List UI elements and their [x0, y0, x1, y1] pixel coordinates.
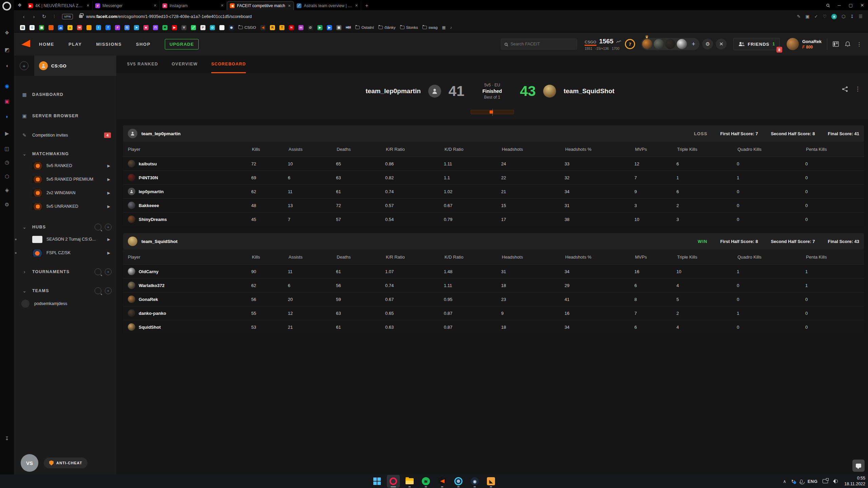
cube-icon[interactable]: ◈ — [0, 187, 14, 193]
sidebar-item-hub[interactable]: SEASON 2 Turnaj CS:G...▶ — [14, 232, 116, 246]
table-row[interactable]: Warlatko372626560.741.1118296401 — [123, 278, 864, 292]
play-icon[interactable]: ▶ — [107, 164, 110, 168]
add-game-icon[interactable]: + — [20, 61, 28, 70]
rockstar-favicon[interactable]: R — [270, 25, 275, 30]
nav-link-home[interactable]: HOME — [39, 42, 54, 47]
microsoft-favicon[interactable]: ▦ — [39, 25, 44, 30]
tab-overview[interactable]: OVERVIEW — [172, 56, 198, 73]
gx-corner-icon[interactable]: ❖ — [0, 30, 14, 36]
messages-icon[interactable]: ◖ — [0, 63, 14, 68]
sidebar-item-server-browser[interactable]: ▣SERVER BROWSER — [14, 109, 116, 123]
toolbar-dots-icon[interactable]: ⋮ — [49, 14, 59, 19]
party-settings-gear-icon[interactable]: ⚙ — [702, 39, 713, 49]
tab-scoreboard[interactable]: SCOREBOARD — [211, 56, 246, 73]
search-tournaments-icon[interactable] — [95, 268, 101, 275]
favorites-heart-icon[interactable]: ♡ — [823, 14, 827, 19]
table-row[interactable]: kaibutsu7210650.861.11243312600 — [123, 157, 864, 170]
language-indicator[interactable]: ENG — [808, 479, 818, 484]
browser-tab[interactable]: ◀FACEIT competitive match✕ — [227, 1, 294, 10]
player-cell[interactable]: lep0pmartin — [123, 188, 251, 195]
app-ring-taskbar[interactable] — [452, 475, 465, 488]
instagram-favicon[interactable]: ◙ — [143, 25, 149, 30]
party-leave-icon[interactable]: ✕ — [716, 39, 727, 49]
close-button[interactable]: ✕ — [856, 3, 868, 8]
sidebar-item-2v2-wingman[interactable]: 2v2 WINGMAN▶ — [14, 186, 116, 200]
missions-panel-icon[interactable] — [833, 41, 839, 47]
p-favicon[interactable]: P — [200, 25, 205, 30]
spotify-taskbar[interactable]: ≋ — [419, 475, 432, 488]
team1-avatar[interactable] — [428, 85, 441, 98]
browser-tab[interactable]: ▶4K | NEUVĚŘITELNÁ ZÁBAV✕ — [25, 1, 93, 10]
browser-tab[interactable]: ⟋Astralis team overview | HL✕ — [294, 1, 361, 10]
steam-favicon[interactable]: ◉ — [229, 25, 234, 30]
facebook-favicon[interactable]: f — [105, 25, 111, 30]
back-button[interactable]: ‹ — [19, 14, 29, 19]
faceit-ac-taskbar[interactable] — [436, 475, 449, 488]
team2-avatar[interactable] — [543, 85, 556, 98]
maximize-button[interactable]: ▢ — [845, 3, 856, 8]
hbl-favicon[interactable]: HBl — [346, 25, 351, 30]
tray-chevron-up-icon[interactable]: ∧ — [783, 479, 786, 484]
sidebar-item-5v5-ranked-premium[interactable]: 5v5 RANKED PREMIUM▶ — [14, 172, 116, 186]
profile-menu[interactable]: GonaRek F800 — [787, 38, 822, 50]
browser-tab[interactable]: ⚡Messenger✕ — [93, 1, 160, 10]
spiral-favicon[interactable]: @ — [308, 25, 313, 30]
file-favicon[interactable] — [219, 25, 224, 30]
add-tournament-icon[interactable]: + — [105, 268, 112, 275]
party-add-icon[interactable]: + — [688, 39, 698, 49]
snapshot-icon[interactable]: ▣ — [805, 14, 809, 19]
play-icon[interactable]: ▶ — [107, 204, 110, 209]
google-favicon[interactable]: G — [29, 25, 35, 30]
shopping-icon[interactable]: ◩ — [0, 47, 14, 53]
table-row[interactable]: ShinyDreams457570.540.79173810300 — [123, 212, 864, 226]
music-icon[interactable]: ♪ — [450, 25, 452, 29]
play-icon[interactable]: ▶ — [107, 177, 110, 182]
sidebar-section-tournaments[interactable]: ›TOURNAMENTS+ — [14, 265, 116, 279]
extensions-icon[interactable]: ⬡ — [0, 174, 14, 180]
search-teams-icon[interactable] — [95, 287, 101, 294]
party-avatar-3[interactable] — [665, 39, 675, 49]
table-row[interactable]: Bakkeeee4813720.570.6715313200 — [123, 198, 864, 212]
green-favicon[interactable]: ⤢ — [191, 25, 196, 30]
nav-link-missions[interactable]: MISSIONS — [96, 42, 122, 47]
address-bar[interactable]: www.faceit.com/en/csgo/room/1-9935ed10-c… — [86, 14, 252, 19]
t-favicon[interactable]: T — [279, 25, 284, 30]
opera-gx-logo[interactable] — [2, 2, 11, 11]
table-row[interactable]: OldCarny9011611.071.483134161011 — [123, 264, 864, 278]
v-favicon[interactable]: V — [181, 25, 186, 30]
faceit-search[interactable] — [501, 39, 577, 49]
table-row[interactable]: lep0pmartin6211610.741.0221349600 — [123, 184, 864, 198]
shield-icon[interactable]: ✓ — [814, 14, 818, 19]
ytmusic-favicon[interactable]: ▶ — [172, 25, 177, 30]
gx-corner-icon[interactable]: ❖ — [14, 0, 25, 10]
sidebar-section-teams[interactable]: ⌄TEAMS+ — [14, 284, 116, 298]
player-cell[interactable]: Bakkeeee — [123, 202, 251, 209]
play-icon[interactable]: ▶ — [107, 251, 110, 255]
steam-taskbar[interactable]: ◉ — [468, 475, 481, 488]
play-blue-favicon[interactable]: ▶ — [327, 25, 332, 30]
nav-kebab-icon[interactable]: ⋮ — [856, 41, 862, 47]
search-hubs-icon[interactable] — [95, 224, 101, 230]
faceit-logo[interactable] — [21, 40, 30, 48]
share-icon[interactable] — [842, 86, 848, 92]
tab-search-icon[interactable] — [822, 3, 833, 8]
player-cell[interactable]: SquidShot — [123, 323, 251, 331]
history-icon[interactable]: ◷ — [0, 159, 14, 165]
player-icon[interactable]: ▶ — [0, 130, 14, 137]
upgrade-button[interactable]: UPGRADE — [165, 39, 199, 49]
table-row[interactable]: P4NT30N696630.821.122327110 — [123, 170, 864, 184]
sidebar-item-team[interactable]: podsemkamjdess — [14, 297, 116, 310]
faceit-favicon[interactable]: ◀ — [260, 25, 265, 30]
telegram-favicon[interactable]: ➤ — [134, 25, 139, 30]
play-green-favicon[interactable]: ▶ — [317, 25, 322, 30]
settings-sliders-icon[interactable]: ☰ — [859, 14, 863, 19]
nav-link-shop[interactable]: SHOP — [136, 42, 151, 47]
play-icon[interactable]: ▶ — [107, 191, 110, 195]
table-row[interactable]: danko-panko5512630.650.879167210 — [123, 306, 864, 320]
nav-link-play[interactable]: PLAY — [68, 42, 82, 47]
gmail-favicon[interactable]: M — [77, 25, 82, 30]
flame-favicon[interactable] — [86, 25, 92, 30]
player-cell[interactable]: OldCarny — [123, 268, 251, 275]
extension-a-icon[interactable]: a — [831, 14, 837, 19]
friends-button[interactable]: FRIENDS 1 8 — [733, 38, 780, 50]
